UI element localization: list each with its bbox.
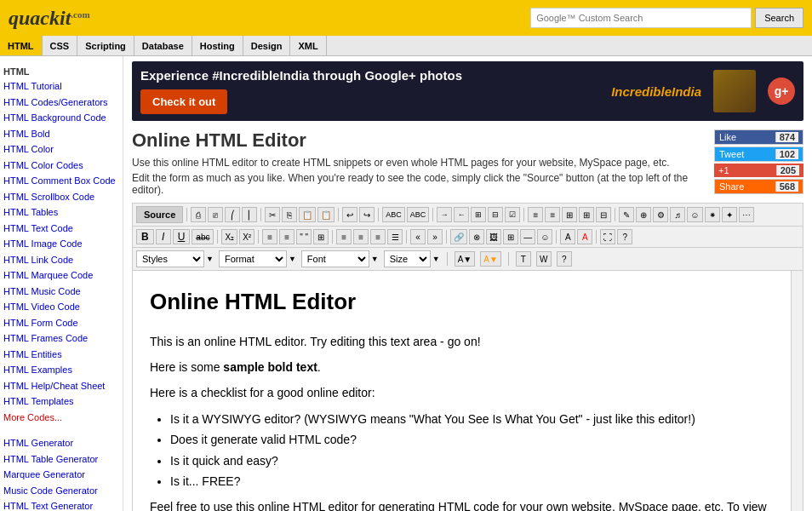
sidebar-link[interactable]: HTML Image Code (3, 236, 119, 252)
sidebar-link[interactable]: HTML Generator (3, 435, 119, 451)
sidebar-link[interactable]: HTML Bold (3, 126, 119, 142)
tab-scripting[interactable]: Scripting (77, 36, 134, 55)
sidebar-link[interactable]: HTML Music Code (3, 284, 119, 300)
tb-sub[interactable]: X₂ (221, 229, 237, 244)
sidebar-link[interactable]: HTML Scrollbox Code (3, 189, 119, 205)
tb-align-left[interactable]: ≡ (336, 229, 352, 244)
sidebar-link[interactable]: Marquee Generator (3, 467, 119, 483)
tb-btn[interactable]: « (410, 229, 426, 244)
tb-btn[interactable]: ⎜ (242, 207, 257, 222)
tab-hosting[interactable]: Hosting (192, 36, 243, 55)
search-button[interactable]: Search (755, 8, 803, 28)
tb-paste-word[interactable]: W (536, 251, 552, 267)
tb-btn[interactable]: ⊟ (596, 207, 611, 222)
tab-html[interactable]: HTML (0, 36, 43, 55)
sidebar-link[interactable]: HTML Help/Cheat Sheet (3, 378, 119, 394)
font-select[interactable]: Font (301, 250, 369, 267)
tb-show-blocks[interactable]: ? (617, 229, 632, 244)
tb-color[interactable]: A (560, 229, 575, 244)
tb-btn[interactable]: ♬ (670, 207, 685, 222)
sidebar-link[interactable]: Music Code Generator (3, 483, 119, 499)
sidebar-link[interactable]: HTML Entities (3, 347, 119, 363)
sidebar-link[interactable]: HTML Templates (3, 393, 119, 410)
sidebar-more-codes[interactable]: More Codes... (3, 410, 119, 426)
tb-btn[interactable]: → (437, 207, 452, 222)
tb-copy[interactable]: ⎘ (282, 207, 297, 222)
tb-font-color-a[interactable]: A▼ (455, 251, 476, 267)
tb-align-center[interactable]: ≡ (353, 229, 369, 244)
tb-btn[interactable]: ABC (407, 207, 430, 222)
tb-image[interactable]: 🖼 (486, 229, 501, 244)
sidebar-link[interactable]: HTML Background Code (3, 110, 119, 126)
sidebar-link[interactable]: HTML Color Codes (3, 158, 119, 174)
sidebar-link[interactable]: HTML Tutorial (3, 78, 119, 95)
tb-btn[interactable]: ⊞ (562, 207, 577, 222)
tb-maximize[interactable]: ⛶ (600, 229, 615, 244)
tab-design[interactable]: Design (243, 36, 291, 55)
tb-hr[interactable]: — (520, 229, 535, 244)
tb-btn[interactable]: ☺ (687, 207, 702, 222)
sidebar-link[interactable]: HTML Color (3, 141, 119, 158)
tb-btn[interactable]: » (427, 229, 443, 244)
tb-btn[interactable]: ✦ (722, 207, 737, 222)
site-logo[interactable]: quackit.com (9, 7, 90, 30)
tb-table[interactable]: ⊞ (503, 229, 518, 244)
ad-checkit-button[interactable]: Check it out (140, 89, 227, 114)
sidebar-link[interactable]: HTML Comment Box Code (3, 173, 119, 189)
tb-btn[interactable]: ABC (382, 207, 405, 222)
tb-btn[interactable]: ← (454, 207, 469, 222)
sidebar-link[interactable]: HTML Tables (3, 204, 119, 221)
tb-btn[interactable]: ⎚ (208, 207, 223, 222)
tb-btn[interactable]: ⊟ (488, 207, 503, 222)
tb-redo[interactable]: ↪ (359, 207, 375, 222)
tb-btn[interactable]: ☑ (505, 207, 520, 222)
tb-strike[interactable]: abc (192, 229, 214, 244)
share-button[interactable]: Share 568 (714, 179, 803, 194)
tb-cut[interactable]: ✂ (265, 207, 280, 222)
tb-paste[interactable]: 📋 (299, 207, 316, 222)
tb-btn[interactable]: ⋯ (739, 207, 754, 222)
tab-xml[interactable]: XML (290, 36, 326, 55)
ad-gplus-button[interactable]: g+ (768, 78, 795, 105)
sidebar-link[interactable]: HTML Marquee Code (3, 267, 119, 284)
sidebar-link[interactable]: HTML Link Code (3, 252, 119, 268)
sidebar-link[interactable]: HTML Examples (3, 362, 119, 378)
tb-align-right[interactable]: ≡ (370, 229, 386, 244)
tb-font-bg-color[interactable]: A▼ (480, 251, 501, 267)
tb-btn[interactable]: ≡ (528, 207, 543, 222)
tb-btn[interactable]: " " (296, 229, 312, 244)
sidebar-link[interactable]: HTML Form Code (3, 315, 119, 331)
twitter-tweet-button[interactable]: Tweet 102 (714, 146, 803, 162)
tb-btn[interactable]: ≡ (279, 229, 294, 244)
tb-underline[interactable]: U (173, 229, 191, 244)
editor-scrollbar[interactable] (791, 271, 803, 511)
tb-btn[interactable]: ⎛ (225, 207, 240, 222)
tb-bold[interactable]: B (136, 229, 154, 244)
sidebar-link[interactable]: HTML Text Generator (3, 498, 119, 511)
sidebar-link[interactable]: HTML Video Code (3, 299, 119, 315)
tb-btn[interactable]: ⁕ (705, 207, 720, 222)
tb-btn[interactable]: 📋 (317, 207, 335, 222)
tab-database[interactable]: Database (134, 36, 192, 55)
sidebar-link[interactable]: HTML Text Code (3, 221, 119, 237)
format-select[interactable]: Format (219, 250, 287, 267)
tb-sup[interactable]: X² (239, 229, 254, 244)
tb-link[interactable]: 🔗 (450, 229, 467, 244)
tb-justify[interactable]: ☰ (387, 229, 403, 244)
tb-btn[interactable]: ⎙ (191, 207, 206, 222)
size-select[interactable]: Size (384, 250, 431, 267)
tb-italic[interactable]: I (156, 229, 171, 244)
source-button[interactable]: Source (136, 206, 183, 223)
tb-btn[interactable]: ⊞ (579, 207, 594, 222)
gplus-button[interactable]: +1 205 (714, 164, 803, 177)
tb-paste-text[interactable]: T (516, 251, 531, 267)
sidebar-link[interactable]: HTML Table Generator (3, 451, 119, 468)
facebook-like-button[interactable]: Like 874 (714, 129, 803, 145)
tb-btn[interactable]: ⊞ (313, 229, 329, 244)
sidebar-link[interactable]: HTML Frames Code (3, 330, 119, 347)
tb-unlink[interactable]: ⊗ (469, 229, 484, 244)
tb-smiley[interactable]: ☺ (537, 229, 552, 244)
tb-btn[interactable]: ≡ (262, 229, 277, 244)
tb-btn[interactable]: ⚙ (653, 207, 668, 222)
tb-bgcolor[interactable]: A (577, 229, 592, 244)
